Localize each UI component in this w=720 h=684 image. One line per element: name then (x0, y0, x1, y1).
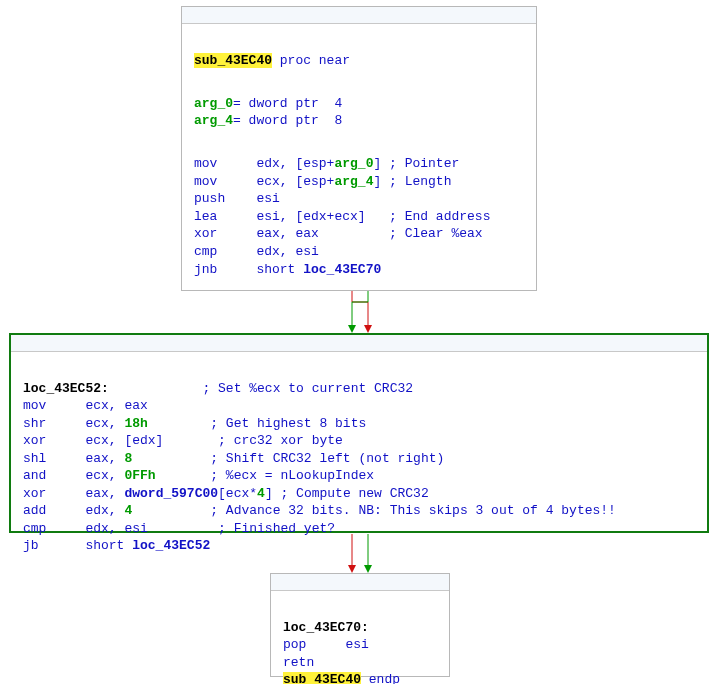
jump-target[interactable]: loc_43EC52 (132, 538, 210, 553)
block-sub_43EC40[interactable]: sub_43EC40 proc near arg_0= dword ptr 4 … (181, 6, 537, 291)
asm-line: xor eax, (23, 486, 124, 501)
proc-name[interactable]: sub_43EC40 (194, 53, 272, 68)
asm-line: ; Advance 32 bits. NB: This skips 3 out … (132, 503, 616, 518)
asm-line: ] ; Compute new CRC32 (265, 486, 429, 501)
imm: 18h (124, 416, 147, 431)
block-body: loc_43EC52: ; Set %ecx to current CRC32 … (11, 352, 707, 585)
asm-line: push esi (194, 191, 280, 206)
proc-name[interactable]: sub_43EC40 (283, 672, 361, 684)
loc-comment: ; Set %ecx to current CRC32 (109, 381, 413, 396)
asm-line: cmp edx, esi (194, 244, 319, 259)
asm-line: retn (283, 655, 314, 670)
asm-line: jb short (23, 538, 132, 553)
asm-line: lea esi, [edx+ecx] ; End address (194, 209, 490, 224)
imm: 4 (257, 486, 265, 501)
loc-label[interactable]: loc_43EC70: (283, 620, 369, 635)
block-header (271, 574, 449, 591)
proc-near-kw: proc near (272, 53, 350, 68)
asm-line: ; Shift CRC32 left (not right) (132, 451, 444, 466)
svg-marker-1 (348, 325, 356, 333)
block-header (182, 7, 536, 24)
asm-line: mov edx, [esp+ (194, 156, 334, 171)
asm-line: jnb short (194, 262, 303, 277)
asm-line: and ecx, (23, 468, 124, 483)
block-loc_43EC70[interactable]: loc_43EC70: pop esi retn sub_43EC40 endp (270, 573, 450, 677)
asm-line: [ecx* (218, 486, 257, 501)
arg4-rest: = dword ptr 8 (233, 113, 342, 128)
asm-line: mov ecx, eax (23, 398, 148, 413)
asm-line: xor eax, eax ; Clear %eax (194, 226, 483, 241)
arg-ref: arg_0 (334, 156, 373, 171)
block-body: loc_43EC70: pop esi retn sub_43EC40 endp (271, 591, 449, 684)
endp-kw: endp (361, 672, 400, 684)
asm-line: ; %ecx = nLookupIndex (156, 468, 374, 483)
asm-line: add edx, (23, 503, 124, 518)
asm-line: xor ecx, [edx] ; crc32 xor byte (23, 433, 343, 448)
asm-line: shr ecx, (23, 416, 124, 431)
jump-target[interactable]: loc_43EC70 (303, 262, 381, 277)
svg-marker-0 (364, 325, 372, 333)
asm-line: ; Get highest 8 bits (148, 416, 366, 431)
block-loc_43EC52[interactable]: loc_43EC52: ; Set %ecx to current CRC32 … (9, 333, 709, 533)
asm-line: cmp edx, esi ; Finished yet? (23, 521, 335, 536)
loc-label[interactable]: loc_43EC52: (23, 381, 109, 396)
arg-ref: arg_4 (334, 174, 373, 189)
block-header (11, 335, 707, 352)
asm-line: mov ecx, [esp+ (194, 174, 334, 189)
asm-line: ] ; Pointer (373, 156, 459, 171)
arg4-label: arg_4 (194, 113, 233, 128)
imm: 0FFh (124, 468, 155, 483)
arg0-rest: = dword ptr 4 (233, 96, 342, 111)
data-ref[interactable]: dword_597C00 (124, 486, 218, 501)
arg0-label: arg_0 (194, 96, 233, 111)
block-body: sub_43EC40 proc near arg_0= dword ptr 4 … (182, 24, 536, 308)
asm-line: ] ; Length (373, 174, 451, 189)
asm-line: shl eax, (23, 451, 124, 466)
asm-line: pop esi (283, 637, 369, 652)
